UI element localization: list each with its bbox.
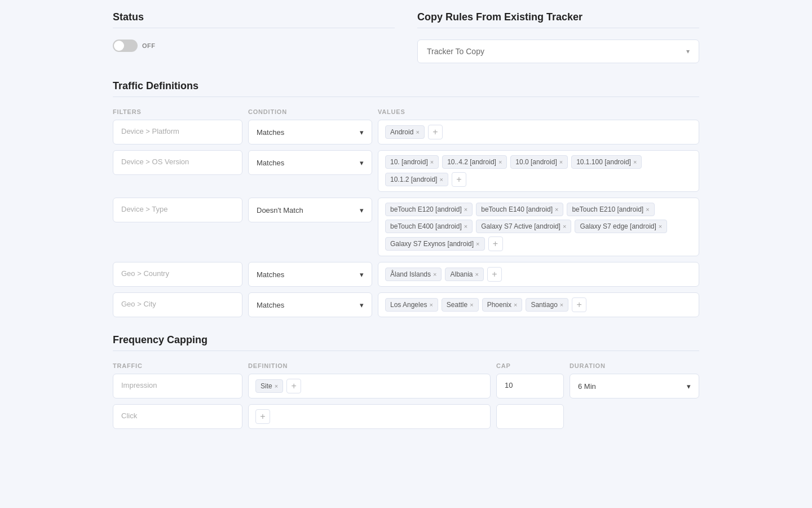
filter-device-platform[interactable]: Device > Platform	[113, 120, 242, 144]
freq-def-impression: Site × +	[248, 374, 491, 398]
freq-row: Impression Site × + 10 6 Min ▾	[113, 374, 699, 398]
freq-traffic-impression[interactable]: Impression	[113, 374, 242, 398]
tracker-dropdown[interactable]: Tracker To Copy ▾	[417, 40, 699, 63]
tag: Site ×	[255, 379, 283, 393]
chevron-down-icon: ▾	[360, 206, 364, 214]
filter-geo-country[interactable]: Geo > Country	[113, 262, 242, 287]
close-icon[interactable]: ×	[275, 383, 278, 389]
condition-select-4[interactable]: Matches ▾	[248, 292, 372, 317]
close-icon[interactable]: ×	[433, 271, 436, 278]
values-box-0: Android × +	[378, 120, 699, 144]
condition-label-2: Doesn't Match	[257, 206, 303, 214]
tag: 10.1.2 [android] ×	[385, 173, 448, 186]
tag: Seattle ×	[442, 298, 479, 312]
toggle-knob	[114, 41, 124, 51]
close-icon[interactable]: ×	[476, 240, 479, 247]
copy-rules-section: Copy Rules From Existing Tracker Tracker…	[417, 11, 699, 63]
frequency-section: Frequency Capping TRAFFIC DEFINITION CAP…	[113, 334, 699, 429]
condition-label-0: Matches	[257, 128, 284, 137]
filter-row: Device > Type Doesn't Match ▾ beTouch E1…	[113, 198, 699, 256]
close-icon[interactable]: ×	[464, 206, 467, 213]
filter-device-type[interactable]: Device > Type	[113, 198, 242, 222]
close-icon[interactable]: ×	[646, 206, 649, 213]
tag: Åland Islands ×	[385, 268, 442, 281]
condition-select-3[interactable]: Matches ▾	[248, 262, 372, 287]
traffic-title: Traffic Definitions	[113, 80, 699, 92]
col-header-filters: FILTERS	[113, 108, 242, 115]
chevron-down-icon: ▾	[360, 159, 364, 167]
add-value-button[interactable]: +	[572, 297, 586, 312]
condition-select-1[interactable]: Matches ▾	[248, 150, 372, 175]
filter-geo-city[interactable]: Geo > City	[113, 292, 242, 317]
freq-traffic-click[interactable]: Click	[113, 404, 242, 429]
close-icon[interactable]: ×	[555, 206, 558, 213]
add-def-button[interactable]: +	[286, 379, 301, 393]
condition-label-3: Matches	[257, 270, 284, 279]
values-box-1: 10. [android] × 10..4.2 [android] × 10.0…	[378, 150, 699, 192]
tag: beTouch E140 [android] ×	[476, 203, 563, 216]
add-value-button[interactable]: +	[428, 125, 443, 139]
tag: Galaxy S7 edge [android] ×	[575, 220, 667, 233]
close-icon[interactable]: ×	[560, 301, 563, 308]
close-icon[interactable]: ×	[470, 301, 473, 308]
add-def-button[interactable]: +	[255, 409, 270, 424]
tag: Android ×	[385, 125, 425, 139]
chevron-down-icon: ▾	[360, 301, 364, 309]
tag: Phoenix ×	[482, 298, 523, 312]
freq-cap-click[interactable]	[496, 404, 564, 429]
traffic-section: Traffic Definitions FILTERS CONDITION VA…	[113, 80, 699, 317]
filter-device-os[interactable]: Device > OS Version	[113, 150, 242, 175]
close-icon[interactable]: ×	[514, 301, 517, 308]
freq-col-header-duration: DURATION	[570, 362, 699, 369]
close-icon[interactable]: ×	[429, 301, 433, 308]
close-icon[interactable]: ×	[559, 159, 563, 165]
tag: 10.0 [android] ×	[510, 155, 568, 169]
add-value-button[interactable]: +	[452, 172, 466, 187]
freq-col-header-cap: CAP	[496, 362, 564, 369]
copy-rules-title: Copy Rules From Existing Tracker	[417, 11, 699, 23]
filter-row: Device > OS Version Matches ▾ 10. [andro…	[113, 150, 699, 192]
tag: beTouch E120 [android] ×	[385, 203, 473, 216]
tag: 10..4.2 [android] ×	[442, 155, 507, 169]
status-copy-row: Status OFF Copy Rules From Existing Trac…	[113, 11, 699, 63]
close-icon[interactable]: ×	[563, 223, 566, 230]
condition-label-4: Matches	[257, 301, 284, 309]
toggle-label: OFF	[142, 42, 156, 49]
freq-col-headers: TRAFFIC DEFINITION CAP DURATION	[113, 362, 699, 369]
filter-row: Geo > Country Matches ▾ Åland Islands × …	[113, 262, 699, 287]
tracker-dropdown-label: Tracker To Copy	[427, 47, 484, 56]
close-icon[interactable]: ×	[439, 176, 443, 183]
tag: 10.1.100 [android] ×	[571, 155, 642, 169]
close-icon[interactable]: ×	[659, 223, 662, 230]
tag: Albania ×	[445, 268, 483, 281]
chevron-down-icon: ▾	[687, 382, 691, 391]
condition-label-1: Matches	[257, 159, 284, 167]
tag: 10. [android] ×	[385, 155, 439, 169]
condition-select-2[interactable]: Doesn't Match ▾	[248, 198, 372, 222]
toggle-wrapper: OFF	[113, 40, 395, 52]
filter-row: Device > Platform Matches ▾ Android × +	[113, 120, 699, 144]
close-icon[interactable]: ×	[464, 223, 467, 230]
tag: Galaxy S7 Active [android] ×	[476, 220, 571, 233]
freq-col-header-definition: DEFINITION	[248, 362, 491, 369]
add-value-button[interactable]: +	[488, 237, 503, 251]
freq-duration-impression[interactable]: 6 Min ▾	[570, 374, 699, 398]
values-box-2: beTouch E120 [android] × beTouch E140 [a…	[378, 198, 699, 256]
filter-row: Geo > City Matches ▾ Los Angeles × Seatt…	[113, 292, 699, 317]
frequency-title: Frequency Capping	[113, 334, 699, 346]
close-icon[interactable]: ×	[475, 271, 479, 278]
add-value-button[interactable]: +	[487, 267, 502, 282]
chevron-down-icon: ▾	[360, 270, 364, 279]
values-box-4: Los Angeles × Seattle × Phoenix × Santia…	[378, 292, 699, 317]
tag: Santiago ×	[526, 298, 568, 312]
condition-select-0[interactable]: Matches ▾	[248, 120, 372, 144]
close-icon[interactable]: ×	[633, 159, 637, 165]
freq-cap-impression[interactable]: 10	[496, 374, 564, 398]
close-icon[interactable]: ×	[430, 159, 434, 165]
close-icon[interactable]: ×	[416, 129, 419, 135]
close-icon[interactable]: ×	[498, 159, 502, 165]
tag: Galaxy S7 Exynos [android] ×	[385, 237, 485, 251]
status-toggle[interactable]	[113, 40, 138, 52]
chevron-down-icon: ▾	[686, 47, 690, 55]
freq-def-click: +	[248, 404, 491, 429]
